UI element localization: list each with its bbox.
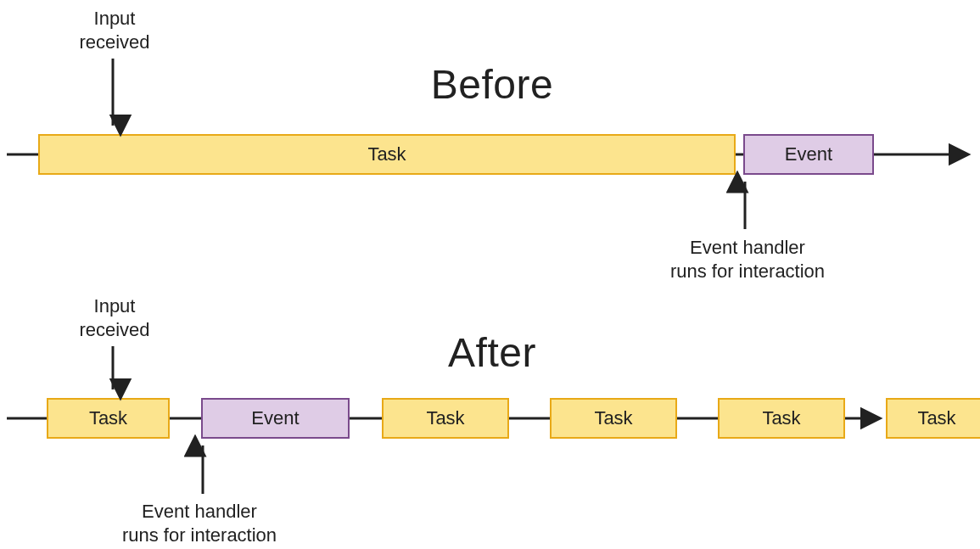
block-label: Task (89, 407, 127, 429)
after-task-block-1: Task (47, 398, 170, 439)
block-label: Event (251, 407, 299, 429)
after-task-block-5-truncated: Task (886, 398, 980, 439)
after-task-block-2: Task (382, 398, 509, 439)
after-task-block-3: Task (550, 398, 677, 439)
annotation-event-handler-after: Event handler runs for interaction (110, 500, 288, 546)
block-label: Task (426, 407, 464, 429)
block-label: Task (917, 407, 955, 429)
heading-after: After (356, 329, 628, 376)
diagram-canvas: Before After Input received Event handle… (0, 0, 980, 549)
annotation-input-received-before: Input received (68, 7, 161, 53)
after-event-block: Event (201, 398, 350, 439)
block-label: Task (367, 143, 406, 165)
block-label: Task (762, 407, 800, 429)
block-label: Event (785, 143, 832, 165)
block-label: Task (594, 407, 632, 429)
before-task-block: Task (38, 134, 736, 175)
after-task-block-4: Task (718, 398, 845, 439)
before-event-block: Event (743, 134, 874, 175)
annotation-event-handler-before: Event handler runs for interaction (658, 236, 837, 283)
annotation-input-received-after: Input received (68, 294, 161, 341)
heading-before: Before (356, 61, 628, 108)
